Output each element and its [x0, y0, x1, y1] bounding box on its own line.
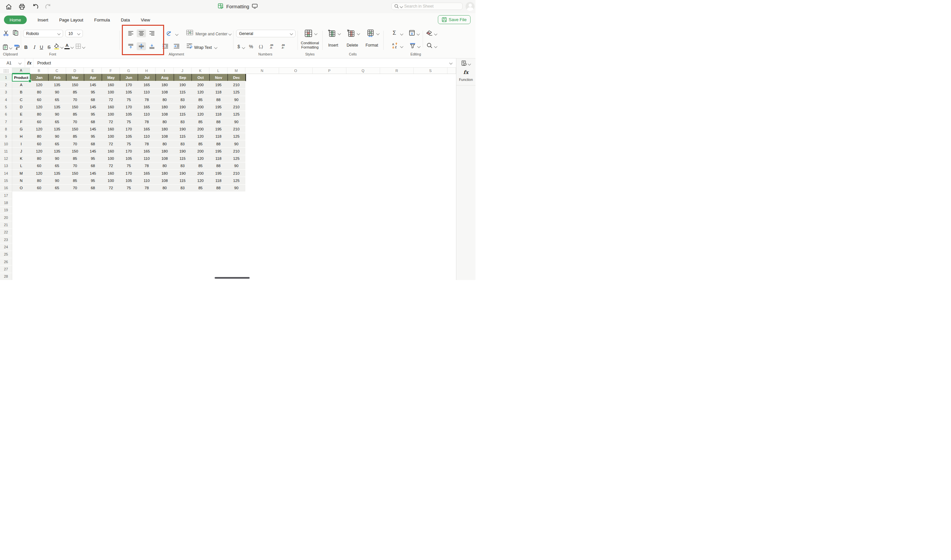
- cell-value[interactable]: 90: [228, 185, 245, 192]
- row-header-16[interactable]: 16: [0, 185, 12, 192]
- borders-chevron-icon[interactable]: [82, 46, 86, 49]
- header-cell-Nov[interactable]: Nov: [209, 74, 227, 81]
- cell-value[interactable]: 170: [120, 81, 138, 88]
- cell-value[interactable]: 110: [138, 133, 155, 140]
- formula-bar-collapse-chevron-icon[interactable]: [449, 62, 453, 65]
- cell-value[interactable]: 90: [228, 96, 245, 103]
- header-cell-Jan[interactable]: Jan: [30, 74, 48, 81]
- cell-value[interactable]: 115: [174, 155, 192, 162]
- cell-value[interactable]: 200: [192, 125, 209, 132]
- cell-value[interactable]: 88: [209, 185, 227, 192]
- cell-value[interactable]: 68: [84, 140, 102, 147]
- cell-value[interactable]: 190: [174, 81, 192, 88]
- cell-value[interactable]: 160: [102, 125, 120, 132]
- cell-value[interactable]: 125: [228, 111, 245, 118]
- row-header-20[interactable]: 20: [0, 214, 12, 221]
- row-header-6[interactable]: 6: [0, 111, 12, 118]
- cell-value[interactable]: 60: [30, 140, 48, 147]
- cell-value[interactable]: 60: [30, 96, 48, 103]
- cell-value[interactable]: 145: [84, 148, 102, 155]
- font-size-select[interactable]: 10: [65, 30, 83, 37]
- cell-value[interactable]: 83: [174, 140, 192, 147]
- function-panel-label[interactable]: Function: [456, 78, 476, 82]
- cell-value[interactable]: 72: [102, 162, 120, 169]
- tab-data[interactable]: Data: [121, 17, 130, 23]
- cell-value[interactable]: 80: [155, 162, 173, 169]
- cell-value[interactable]: 88: [209, 118, 227, 125]
- cell-name-box[interactable]: A1: [0, 58, 25, 67]
- cell-value[interactable]: 115: [174, 111, 192, 118]
- cell-value[interactable]: 105: [120, 133, 138, 140]
- cell-value[interactable]: 108: [155, 177, 173, 184]
- tab-page-layout[interactable]: Page Layout: [59, 17, 83, 23]
- cell-value[interactable]: 170: [120, 125, 138, 132]
- cell-value[interactable]: 70: [66, 140, 84, 147]
- cell-value[interactable]: 165: [138, 148, 155, 155]
- row-header-12[interactable]: 12: [0, 155, 12, 162]
- header-cell-Jul[interactable]: Jul: [138, 74, 155, 81]
- cell-value[interactable]: 70: [66, 162, 84, 169]
- cell-value[interactable]: 160: [102, 170, 120, 177]
- cell-value[interactable]: 78: [138, 162, 155, 169]
- column-header-M[interactable]: M: [228, 68, 245, 74]
- header-cell-Mar[interactable]: Mar: [66, 74, 84, 81]
- cell-value[interactable]: 125: [228, 177, 245, 184]
- conditional-formatting-icon[interactable]: <=: [305, 30, 312, 37]
- search-input[interactable]: Search in Sheet: [391, 3, 463, 10]
- header-cell-Feb[interactable]: Feb: [48, 74, 66, 81]
- cell-value[interactable]: 105: [120, 89, 138, 96]
- cell-value[interactable]: 83: [174, 118, 192, 125]
- cell-value[interactable]: 80: [30, 177, 48, 184]
- cell-value[interactable]: 70: [66, 118, 84, 125]
- column-header-Q[interactable]: Q: [346, 68, 380, 74]
- save-file-button[interactable]: Save File: [438, 15, 471, 24]
- font-color-icon[interactable]: A: [65, 43, 70, 49]
- format-cells-icon[interactable]: [366, 29, 374, 37]
- filter-chevron-icon[interactable]: [417, 45, 421, 48]
- function-panel-fx-icon[interactable]: fx: [456, 69, 476, 75]
- cell-value[interactable]: 180: [155, 170, 173, 177]
- row-header-27[interactable]: 27: [0, 266, 12, 273]
- cell-value[interactable]: 80: [30, 111, 48, 118]
- fill-chevron-icon[interactable]: [417, 32, 420, 35]
- cell-value[interactable]: 85: [192, 162, 209, 169]
- row-header-11[interactable]: 11: [0, 148, 12, 155]
- column-header-E[interactable]: E: [84, 68, 102, 74]
- cell-value[interactable]: 83: [174, 162, 192, 169]
- cell-value[interactable]: 200: [192, 170, 209, 177]
- tab-insert[interactable]: Insert: [38, 17, 49, 23]
- cell-value[interactable]: 72: [102, 96, 120, 103]
- row-header-14[interactable]: 14: [0, 170, 12, 177]
- row-header-28[interactable]: 28: [0, 273, 12, 280]
- cell-value[interactable]: 115: [174, 177, 192, 184]
- cell-value[interactable]: 85: [192, 185, 209, 192]
- grid-area[interactable]: ABCDEFGHIJKLMNOPQRS123456789101112131415…: [0, 68, 456, 280]
- cell-value[interactable]: 80: [30, 89, 48, 96]
- row-header-1[interactable]: 1: [0, 74, 12, 81]
- format-painter-icon[interactable]: [14, 44, 20, 50]
- currency-button[interactable]: $: [237, 44, 240, 49]
- cell-product[interactable]: K: [12, 155, 30, 162]
- increase-decimal-icon[interactable]: .00.0↑: [282, 44, 285, 49]
- fill-color-chevron-icon[interactable]: [60, 46, 64, 49]
- number-format-select[interactable]: General: [236, 30, 295, 37]
- row-header-8[interactable]: 8: [0, 125, 12, 133]
- cell-value[interactable]: 135: [48, 103, 66, 110]
- cell-value[interactable]: 150: [66, 81, 84, 88]
- cell-value[interactable]: 115: [174, 133, 192, 140]
- cell-value[interactable]: 80: [30, 133, 48, 140]
- row-header-23[interactable]: 23: [0, 236, 12, 243]
- cell-value[interactable]: 85: [192, 96, 209, 103]
- column-header-O[interactable]: O: [279, 68, 313, 74]
- cell-value[interactable]: 105: [120, 111, 138, 118]
- tab-formula[interactable]: Formula: [94, 17, 110, 23]
- cell-value[interactable]: 190: [174, 103, 192, 110]
- conditional-formatting-chevron-icon[interactable]: [314, 32, 318, 35]
- cell-value[interactable]: 65: [48, 185, 66, 192]
- wrap-text-icon[interactable]: [186, 44, 192, 49]
- sort-icon[interactable]: AZ: [392, 43, 398, 49]
- cell-value[interactable]: 100: [102, 155, 120, 162]
- header-cell-Sep[interactable]: Sep: [174, 74, 192, 81]
- column-header-L[interactable]: L: [209, 68, 227, 74]
- name-box-chevron-icon[interactable]: [18, 62, 22, 65]
